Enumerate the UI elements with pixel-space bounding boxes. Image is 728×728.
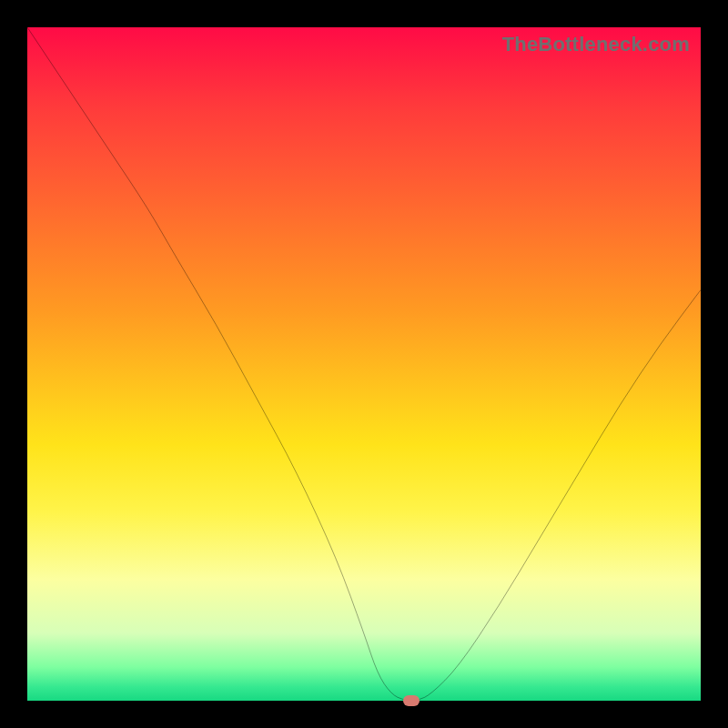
curve-svg — [27, 27, 701, 701]
chart-frame: TheBottleneck.com — [0, 0, 728, 728]
curve-path — [27, 27, 701, 701]
curve-minimum-marker — [403, 695, 420, 706]
plot-area: TheBottleneck.com — [27, 27, 701, 701]
